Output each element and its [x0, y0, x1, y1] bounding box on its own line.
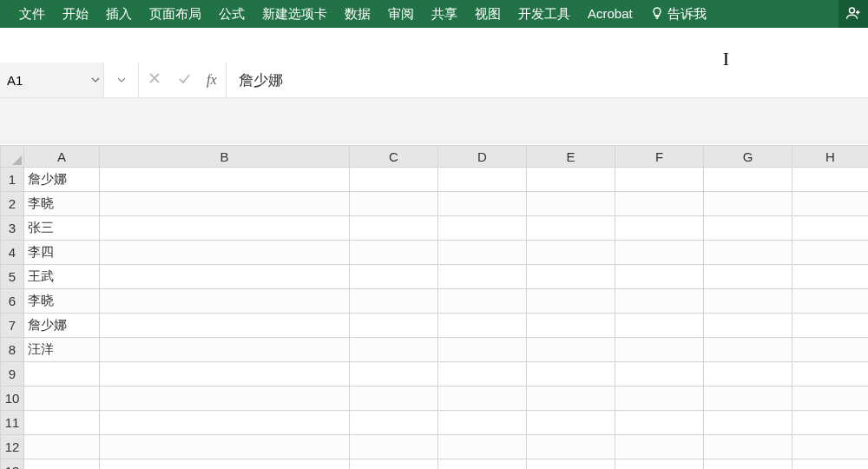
cell[interactable] [350, 168, 438, 192]
name-box-input[interactable] [0, 63, 103, 97]
col-header-G[interactable]: G [704, 146, 792, 168]
cell[interactable] [792, 459, 869, 470]
cell[interactable]: 李晓 [24, 192, 100, 216]
tab-acrobat[interactable]: Acrobat [579, 0, 641, 28]
col-header-D[interactable]: D [438, 146, 527, 168]
tab-view[interactable]: 视图 [466, 0, 510, 28]
cell[interactable] [792, 216, 869, 241]
cell[interactable] [792, 411, 869, 435]
cell[interactable] [24, 459, 100, 470]
row-header[interactable]: 12 [1, 435, 24, 459]
tab-home[interactable]: 开始 [54, 0, 97, 28]
cell[interactable] [615, 411, 704, 435]
cell[interactable] [438, 192, 527, 216]
cell[interactable] [24, 411, 100, 435]
cell[interactable] [527, 314, 615, 338]
cancel-icon[interactable] [148, 71, 161, 89]
tab-formulas[interactable]: 公式 [210, 0, 253, 28]
cell[interactable] [792, 338, 869, 362]
cell[interactable] [100, 241, 350, 265]
cell[interactable] [350, 216, 438, 241]
share-button[interactable] [838, 0, 868, 28]
cell[interactable] [704, 386, 792, 411]
cell[interactable] [615, 314, 704, 338]
cell[interactable]: 李四 [24, 241, 100, 265]
cell[interactable]: 詹少娜 [24, 314, 100, 338]
cell[interactable] [100, 386, 350, 411]
cell[interactable]: 詹少娜 [24, 168, 100, 192]
spreadsheet-grid[interactable]: A B C D E F G H 1詹少娜2李晓3张三4李四5王武6李晓7詹少娜8… [0, 145, 868, 468]
cell[interactable] [350, 459, 438, 470]
col-header-H[interactable]: H [792, 146, 869, 168]
col-header-F[interactable]: F [615, 146, 704, 168]
cell[interactable] [350, 362, 438, 386]
cell[interactable] [100, 216, 350, 241]
cell[interactable] [100, 192, 350, 216]
cell[interactable] [438, 289, 527, 314]
row-header[interactable]: 1 [1, 168, 24, 192]
select-all-corner[interactable] [1, 146, 24, 168]
cell[interactable] [100, 168, 350, 192]
cell[interactable] [350, 241, 438, 265]
expand-formula-bar[interactable] [104, 63, 139, 97]
cell[interactable] [24, 362, 100, 386]
cell[interactable] [615, 168, 704, 192]
cell[interactable]: 汪洋 [24, 338, 100, 362]
cell[interactable] [704, 192, 792, 216]
cell[interactable] [792, 168, 869, 192]
cell[interactable] [438, 216, 527, 241]
cell[interactable] [615, 338, 704, 362]
cell[interactable] [438, 435, 527, 459]
cell[interactable] [704, 241, 792, 265]
cell[interactable] [615, 241, 704, 265]
cell[interactable] [527, 241, 615, 265]
row-header[interactable]: 3 [1, 216, 24, 241]
cell[interactable] [704, 265, 792, 289]
name-box[interactable] [0, 63, 104, 97]
tab-page-layout[interactable]: 页面布局 [141, 0, 210, 28]
cell[interactable] [704, 362, 792, 386]
cell[interactable] [615, 216, 704, 241]
cell[interactable] [792, 386, 869, 411]
cell[interactable] [527, 411, 615, 435]
cell[interactable] [615, 459, 704, 470]
cell[interactable] [438, 338, 527, 362]
enter-icon[interactable] [177, 71, 191, 89]
row-header[interactable]: 8 [1, 338, 24, 362]
cell[interactable] [704, 435, 792, 459]
cell[interactable] [350, 411, 438, 435]
tab-share[interactable]: 共享 [423, 0, 466, 28]
row-header[interactable]: 6 [1, 289, 24, 314]
cell[interactable]: 李晓 [24, 289, 100, 314]
cell[interactable] [100, 459, 350, 470]
cell[interactable] [527, 459, 615, 470]
cell[interactable] [704, 338, 792, 362]
row-header[interactable]: 13 [1, 459, 24, 470]
fx-icon[interactable]: fx [207, 72, 217, 88]
cell[interactable] [438, 459, 527, 470]
cell[interactable] [615, 386, 704, 411]
cell[interactable] [615, 435, 704, 459]
cell[interactable] [438, 241, 527, 265]
cell[interactable] [792, 435, 869, 459]
cell[interactable] [438, 411, 527, 435]
cell[interactable] [350, 435, 438, 459]
cell[interactable] [100, 289, 350, 314]
cell[interactable] [704, 459, 792, 470]
cell[interactable] [350, 338, 438, 362]
col-header-A[interactable]: A [24, 146, 100, 168]
cell[interactable] [438, 265, 527, 289]
row-header[interactable]: 11 [1, 411, 24, 435]
cell[interactable] [350, 314, 438, 338]
cell[interactable] [615, 265, 704, 289]
col-header-E[interactable]: E [527, 146, 615, 168]
row-header[interactable]: 5 [1, 265, 24, 289]
tell-me[interactable]: 告诉我 [641, 6, 715, 23]
cell[interactable] [527, 265, 615, 289]
cell[interactable] [615, 289, 704, 314]
cell[interactable] [704, 289, 792, 314]
cell[interactable] [350, 289, 438, 314]
cell[interactable]: 张三 [24, 216, 100, 241]
cell[interactable] [704, 168, 792, 192]
cell[interactable] [527, 362, 615, 386]
